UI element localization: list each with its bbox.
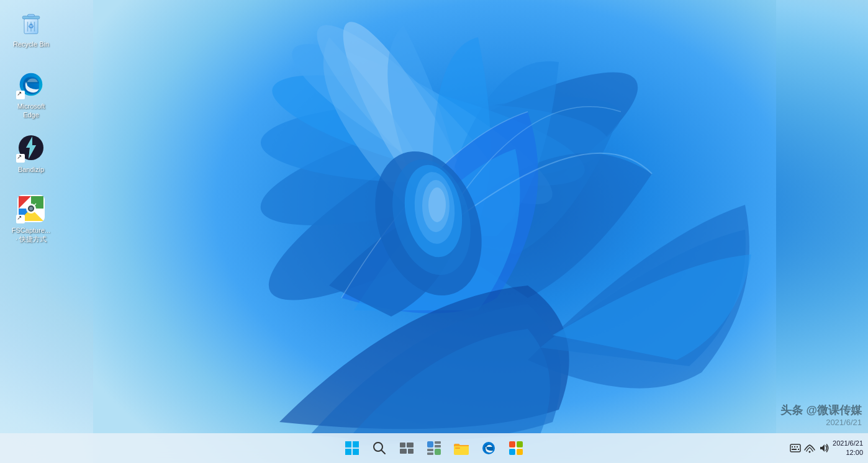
watermark: 头条 @微课传媒 2021/6/21 [780, 403, 862, 427]
svg-rect-52 [517, 449, 523, 455]
edge-image [16, 70, 46, 99]
svg-rect-31 [345, 449, 351, 455]
taskbar-right: 2021/6/21 12:00 [789, 439, 863, 458]
datetime-display[interactable]: 2021/6/21 12:00 [833, 439, 863, 458]
volume-icon[interactable] [818, 442, 830, 454]
svg-rect-16 [28, 14, 35, 17]
taskbar-center [340, 436, 528, 461]
watermark-date: 2021/6/21 [780, 418, 862, 427]
svg-rect-42 [427, 449, 433, 451]
fscapture-image [16, 194, 46, 223]
svg-rect-50 [517, 441, 523, 447]
svg-rect-37 [400, 449, 407, 454]
svg-point-59 [809, 451, 811, 453]
fscapture-label: FSCapture... [12, 226, 50, 235]
recycle-bin-image: ♻ [16, 7, 46, 37]
svg-rect-53 [790, 444, 800, 452]
taskbar-store-button[interactable] [504, 436, 528, 461]
shortcut-arrow-fscapture [16, 215, 25, 223]
svg-point-26 [29, 207, 33, 210]
start-button[interactable] [340, 436, 364, 461]
svg-rect-41 [435, 445, 441, 447]
system-tray [789, 442, 830, 454]
svg-rect-35 [400, 443, 405, 447]
svg-rect-57 [792, 449, 797, 450]
svg-rect-58 [798, 449, 799, 450]
task-view-button[interactable] [394, 436, 419, 461]
svg-rect-32 [353, 449, 359, 455]
svg-line-34 [381, 450, 385, 454]
svg-rect-36 [407, 443, 414, 447]
widgets-button[interactable] [422, 436, 446, 461]
svg-text:♻: ♻ [28, 22, 34, 30]
svg-rect-55 [794, 446, 795, 447]
recycle-bin-label: Recycle Bin [13, 40, 49, 48]
recycle-bin-icon[interactable]: ♻ Recycle Bin [6, 5, 56, 51]
bandizip-image [16, 133, 46, 163]
search-button[interactable] [367, 436, 392, 461]
edge-label: Microsoft Edge [9, 102, 53, 120]
svg-rect-40 [435, 441, 441, 444]
taskbar: 2021/6/21 12:00 [0, 433, 868, 463]
svg-rect-39 [427, 441, 433, 447]
svg-rect-51 [509, 449, 515, 455]
time-display: 12:00 [833, 448, 863, 457]
bandizip-icon[interactable]: Bandizip [6, 130, 56, 176]
desktop: ♻ Recycle Bin [0, 0, 868, 463]
network-icon[interactable] [803, 442, 816, 454]
shortcut-arrow [16, 91, 25, 99]
svg-rect-49 [509, 441, 515, 447]
watermark-line1: 头条 @微课传媒 [780, 403, 862, 418]
file-explorer-button[interactable] [449, 436, 474, 461]
svg-rect-46 [455, 447, 460, 449]
svg-rect-45 [454, 445, 469, 455]
shortcut-arrow-bandizip [16, 154, 25, 163]
svg-rect-29 [345, 441, 351, 447]
svg-rect-43 [427, 452, 433, 455]
bandizip-label: Bandizip [18, 165, 44, 174]
svg-rect-56 [797, 446, 798, 447]
fscapture-icon[interactable]: FSCapture... · 快捷方式 [6, 191, 56, 246]
svg-rect-54 [792, 446, 793, 447]
microsoft-edge-icon[interactable]: Microsoft Edge [6, 67, 56, 122]
date-display: 2021/6/21 [833, 439, 863, 448]
taskbar-edge-button[interactable] [476, 436, 501, 461]
fscapture-sublabel: · 快捷方式 [16, 235, 47, 243]
svg-rect-38 [408, 449, 414, 454]
ime-icon[interactable] [789, 442, 802, 454]
svg-rect-30 [353, 441, 359, 447]
svg-rect-44 [435, 449, 441, 455]
